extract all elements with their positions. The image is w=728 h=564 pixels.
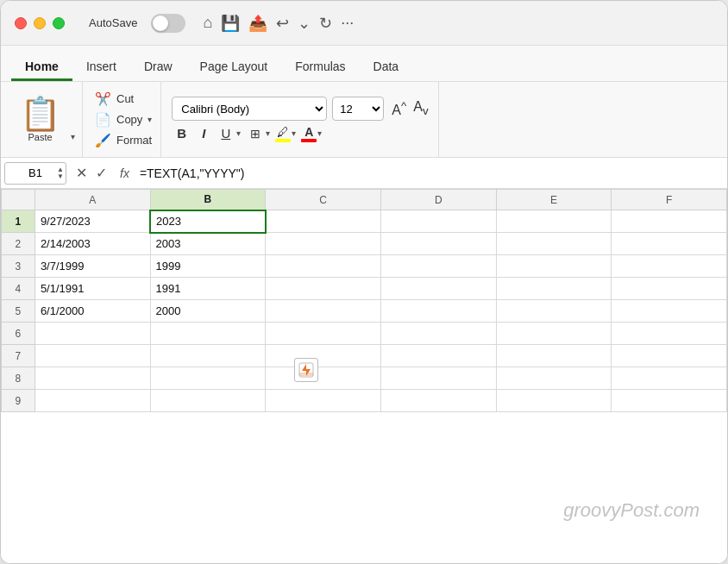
row-header-8[interactable]: 8	[2, 367, 35, 390]
cell-B9[interactable]	[150, 390, 266, 412]
row-header-6[interactable]: 6	[2, 323, 35, 345]
more-options-icon[interactable]: ···	[341, 14, 354, 32]
tab-draw[interactable]: Draw	[130, 46, 186, 81]
cell-C3[interactable]	[266, 255, 381, 278]
cell-E2[interactable]	[496, 233, 612, 255]
cell-D2[interactable]	[380, 233, 496, 255]
tab-home[interactable]: Home	[11, 46, 72, 81]
cell-C5[interactable]	[266, 300, 381, 323]
cell-E7[interactable]	[496, 345, 612, 367]
row-header-7[interactable]: 7	[2, 345, 35, 367]
cell-E1[interactable]	[496, 210, 612, 233]
confirm-formula-button[interactable]: ✓	[93, 165, 110, 181]
cell-A9[interactable]	[35, 390, 150, 412]
cell-D5[interactable]	[380, 300, 496, 323]
increase-font-size-button[interactable]: A^	[389, 99, 409, 118]
minimize-button[interactable]	[34, 17, 46, 29]
cell-D4[interactable]	[380, 278, 496, 300]
tab-insert[interactable]: Insert	[72, 46, 130, 81]
cell-B6[interactable]	[150, 323, 266, 345]
col-header-C[interactable]: C	[266, 190, 381, 210]
col-header-A[interactable]: A	[35, 190, 150, 210]
tab-data[interactable]: Data	[360, 46, 413, 81]
cell-F9[interactable]	[612, 390, 727, 412]
decrease-font-size-button[interactable]: Av	[411, 99, 430, 118]
cell-C4[interactable]	[266, 278, 381, 300]
cell-A4[interactable]: 5/1/1991	[35, 278, 150, 300]
cell-B7[interactable]	[150, 345, 266, 367]
cell-B2[interactable]: 2003	[150, 233, 266, 255]
cell-F8[interactable]	[612, 367, 727, 390]
cell-A3[interactable]: 3/7/1999	[35, 255, 150, 278]
border-button[interactable]: ⊞	[246, 125, 265, 142]
cell-F3[interactable]	[612, 255, 727, 278]
row-header-1[interactable]: 1	[2, 210, 35, 233]
flash-fill-button[interactable]	[294, 358, 318, 382]
tab-formulas[interactable]: Formulas	[281, 46, 359, 81]
col-header-E[interactable]: E	[496, 190, 612, 210]
cell-C6[interactable]	[266, 323, 381, 345]
cell-F1[interactable]	[612, 210, 727, 233]
cell-F2[interactable]	[612, 233, 727, 255]
cell-D6[interactable]	[380, 323, 496, 345]
col-header-D[interactable]: D	[380, 190, 496, 210]
cell-E4[interactable]	[496, 278, 612, 300]
cell-F7[interactable]	[612, 345, 727, 367]
cell-E9[interactable]	[496, 390, 612, 412]
fill-color-dropdown-icon[interactable]: ▾	[292, 128, 296, 138]
cell-F5[interactable]	[612, 300, 727, 323]
formula-input[interactable]	[136, 166, 724, 180]
col-header-F[interactable]: F	[612, 190, 727, 210]
paste-button[interactable]: 📋 Paste	[11, 94, 69, 146]
cell-A1[interactable]: 9/27/2023	[35, 210, 150, 233]
cell-D3[interactable]	[380, 255, 496, 278]
tab-page-layout[interactable]: Page Layout	[186, 46, 282, 81]
cell-C7[interactable]	[266, 345, 381, 367]
row-header-4[interactable]: 4	[2, 278, 35, 300]
cell-D1[interactable]	[380, 210, 496, 233]
cell-A8[interactable]	[35, 367, 150, 390]
cell-A7[interactable]	[35, 345, 150, 367]
cell-B5[interactable]: 2000	[150, 300, 266, 323]
undo-icon[interactable]: ↩	[276, 14, 289, 33]
font-color-button[interactable]: A	[301, 125, 317, 142]
cell-F6[interactable]	[612, 323, 727, 345]
close-button[interactable]	[15, 17, 27, 29]
cell-B4[interactable]: 1991	[150, 278, 266, 300]
cell-B8[interactable]	[150, 367, 266, 390]
copy-dropdown-icon[interactable]: ▾	[147, 115, 152, 124]
cell-E8[interactable]	[496, 367, 612, 390]
save-icon[interactable]: 💾	[221, 14, 240, 33]
cell-D8[interactable]	[380, 367, 496, 390]
cancel-formula-button[interactable]: ✕	[73, 165, 90, 181]
cell-F4[interactable]	[612, 278, 727, 300]
share-icon[interactable]: 📤	[248, 14, 267, 33]
border-dropdown-icon[interactable]: ▾	[266, 128, 270, 138]
cut-button[interactable]: ✂️ Cut	[91, 90, 155, 109]
row-header-3[interactable]: 3	[2, 255, 35, 278]
bold-button[interactable]: B	[172, 124, 191, 142]
col-header-B[interactable]: B	[150, 190, 266, 210]
cell-B1[interactable]: 2023	[150, 210, 266, 233]
font-size-select[interactable]: 12	[332, 97, 384, 121]
cell-E5[interactable]	[496, 300, 612, 323]
cell-D7[interactable]	[380, 345, 496, 367]
cell-A6[interactable]	[35, 323, 150, 345]
underline-button[interactable]: U	[216, 124, 235, 142]
home-icon[interactable]: ⌂	[203, 14, 212, 32]
font-color-dropdown-icon[interactable]: ▾	[317, 128, 322, 138]
cell-C8[interactable]	[266, 367, 381, 390]
cell-name-box[interactable]: B1 ▲ ▼	[4, 162, 66, 185]
row-header-2[interactable]: 2	[2, 233, 35, 255]
autosave-toggle[interactable]	[151, 14, 185, 33]
cell-C1[interactable]	[266, 210, 381, 233]
underline-dropdown-icon[interactable]: ▾	[236, 128, 241, 138]
undo-dropdown-icon[interactable]: ⌄	[298, 14, 311, 33]
cell-E3[interactable]	[496, 255, 612, 278]
fill-color-button[interactable]: 🖊	[275, 125, 291, 142]
italic-button[interactable]: I	[197, 124, 210, 142]
cell-A2[interactable]: 2/14/2003	[35, 233, 150, 255]
maximize-button[interactable]	[53, 17, 65, 29]
format-painter-button[interactable]: 🖌️ Format	[91, 131, 155, 150]
cell-E6[interactable]	[496, 323, 612, 345]
